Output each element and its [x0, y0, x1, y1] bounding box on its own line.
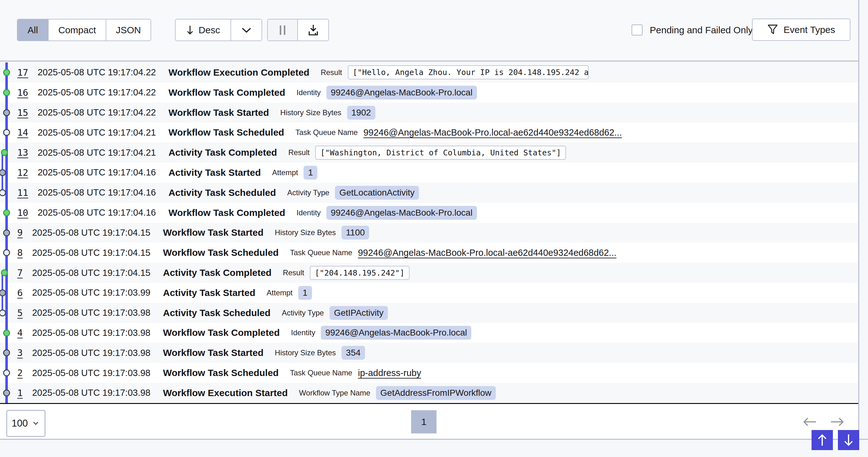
event-types-label: Event Types — [784, 25, 835, 35]
event-type-name: Workflow Execution Completed — [168, 67, 310, 78]
event-timestamp: 2025-05-08 UTC 19:17:04.22 — [38, 107, 156, 118]
event-id-link[interactable]: 12 — [17, 167, 28, 178]
filter-icon — [767, 24, 778, 35]
event-timestamp: 2025-05-08 UTC 19:17:04.15 — [32, 268, 150, 278]
event-timestamp: 2025-05-08 UTC 19:17:04.22 — [38, 67, 156, 78]
event-detail-label: History Size Bytes — [275, 228, 336, 237]
tab-json[interactable]: JSON — [106, 20, 151, 40]
event-id-link[interactable]: 10 — [17, 207, 28, 218]
event-id-link[interactable]: 4 — [17, 327, 23, 338]
event-row: 9 2025-05-08 UTC 19:17:04.15 Workflow Ta… — [0, 223, 859, 243]
pause-button[interactable] — [268, 20, 298, 40]
sort-arrow-down-icon — [186, 25, 194, 35]
event-id-link[interactable]: 13 — [17, 147, 28, 158]
event-result-code: ["204.148.195.242"] — [310, 266, 409, 280]
event-detail-badge: GetAddressFromIPWorkflow — [376, 386, 496, 400]
next-page-arrow[interactable] — [830, 416, 845, 428]
event-detail-label: Task Queue Name — [290, 248, 352, 257]
event-timestamp: 2025-05-08 UTC 19:17:04.22 — [38, 87, 156, 97]
event-id-link[interactable]: 1 — [17, 388, 23, 398]
event-type-name: Activity Task Scheduled — [168, 188, 276, 198]
event-id-link[interactable]: 8 — [17, 247, 23, 258]
event-detail-badge: 1902 — [347, 106, 375, 120]
scroll-to-bottom-button[interactable] — [838, 430, 859, 450]
task-queue-link[interactable]: 99246@Angelas-MacBook-Pro.local-ae62d440… — [364, 127, 622, 138]
chevron-down-icon — [241, 27, 252, 33]
event-id-link[interactable]: 11 — [17, 188, 28, 198]
tab-compact[interactable]: Compact — [49, 20, 106, 40]
event-detail-label: Identity — [291, 328, 315, 337]
sort-desc-button[interactable]: Desc — [176, 20, 231, 40]
pause-icon — [279, 25, 286, 35]
event-id-link[interactable]: 5 — [17, 308, 23, 318]
event-timestamp: 2025-05-08 UTC 19:17:04.21 — [38, 127, 156, 138]
event-id-link[interactable]: 17 — [17, 67, 28, 78]
event-type-name: Activity Task Scheduled — [163, 308, 271, 318]
event-row: 16 2025-05-08 UTC 19:17:04.22 Workflow T… — [0, 83, 859, 103]
event-row: 11 2025-05-08 UTC 19:17:04.16 Activity T… — [0, 183, 859, 203]
event-detail-label: Workflow Type Name — [299, 389, 370, 397]
event-row: 2 2025-05-08 UTC 19:17:03.98 Workflow Ta… — [0, 363, 859, 383]
task-queue-link[interactable]: ip-address-ruby — [358, 368, 421, 378]
task-queue-link[interactable]: 99246@Angelas-MacBook-Pro.local-ae62d440… — [358, 248, 616, 258]
event-type-name: Workflow Task Started — [163, 347, 264, 358]
event-row: 1 2025-05-08 UTC 19:17:03.98 Workflow Ex… — [0, 383, 859, 403]
event-types-filter-button[interactable]: Event Types — [752, 19, 850, 41]
event-type-name: Workflow Task Scheduled — [168, 127, 284, 138]
scrollbar-gutter[interactable] — [858, 0, 868, 440]
event-detail-badge: 99246@Angelas-MacBook-Pro.local — [327, 206, 477, 220]
scroll-to-top-button[interactable] — [811, 430, 833, 450]
pending-failed-checkbox[interactable] — [631, 25, 643, 35]
event-id-link[interactable]: 7 — [17, 267, 23, 278]
event-detail-label: Task Queue Name — [290, 369, 352, 377]
event-timestamp: 2025-05-08 UTC 19:17:04.16 — [38, 167, 156, 178]
view-tab-group: All Compact JSON — [17, 19, 151, 41]
event-id-link[interactable]: 6 — [17, 287, 23, 298]
toolbar: All Compact JSON Desc — [0, 0, 868, 61]
event-id-link[interactable]: 15 — [17, 107, 28, 118]
event-id-link[interactable]: 9 — [17, 227, 23, 238]
event-detail-label: Identity — [296, 88, 320, 97]
event-type-name: Workflow Task Started — [168, 107, 269, 118]
event-row: 6 2025-05-08 UTC 19:17:03.99 Activity Ta… — [0, 283, 859, 303]
event-timestamp: 2025-05-08 UTC 19:17:03.99 — [32, 287, 150, 298]
event-detail-label: Result — [283, 268, 304, 277]
sort-options-button[interactable] — [231, 20, 261, 40]
history-controls-group — [267, 19, 329, 41]
event-id-link[interactable]: 14 — [17, 127, 28, 138]
event-type-name: Workflow Execution Started — [163, 388, 288, 398]
event-id-link[interactable]: 2 — [17, 368, 23, 378]
event-detail-label: History Size Bytes — [280, 108, 341, 117]
pending-failed-label[interactable]: Pending and Failed Only — [650, 19, 753, 41]
page-number-button[interactable]: 1 — [411, 410, 436, 433]
event-detail-badge: 354 — [341, 346, 365, 360]
event-detail-badge: GetLocationActivity — [335, 186, 419, 200]
event-type-name: Workflow Task Scheduled — [163, 247, 279, 258]
page-number: 1 — [421, 417, 427, 427]
event-detail-badge: 1100 — [341, 226, 369, 239]
event-type-name: Workflow Task Completed — [168, 207, 285, 218]
arrow-up-icon — [817, 433, 828, 447]
event-detail-label: Result — [288, 148, 310, 157]
page-size-select[interactable]: 100 — [6, 410, 45, 437]
download-button[interactable] — [298, 20, 328, 40]
event-detail-label: Activity Type — [287, 188, 329, 197]
sort-label: Desc — [198, 25, 220, 35]
event-detail-label: Activity Type — [282, 309, 324, 317]
event-type-name: Workflow Task Scheduled — [163, 368, 279, 378]
event-id-link[interactable]: 16 — [17, 87, 28, 98]
page-size-value: 100 — [11, 418, 28, 429]
event-detail-badge: 99246@Angelas-MacBook-Pro.local — [321, 326, 471, 340]
previous-page-arrow[interactable] — [802, 416, 817, 428]
event-detail-badge: 1 — [304, 166, 317, 179]
event-row: 17 2025-05-08 UTC 19:17:04.22 Workflow E… — [0, 62, 859, 83]
arrow-down-icon — [843, 433, 854, 447]
event-history-table: 17 2025-05-08 UTC 19:17:04.22 Workflow E… — [0, 62, 859, 403]
event-row: 14 2025-05-08 UTC 19:17:04.21 Workflow T… — [0, 122, 859, 143]
event-rows: 17 2025-05-08 UTC 19:17:04.22 Workflow E… — [0, 62, 859, 403]
event-row: 4 2025-05-08 UTC 19:17:03.98 Workflow Ta… — [0, 323, 859, 343]
tab-all[interactable]: All — [18, 20, 49, 40]
event-detail-label: History Size Bytes — [275, 348, 336, 357]
event-detail-label: Attempt — [267, 288, 292, 297]
event-id-link[interactable]: 3 — [17, 347, 23, 358]
